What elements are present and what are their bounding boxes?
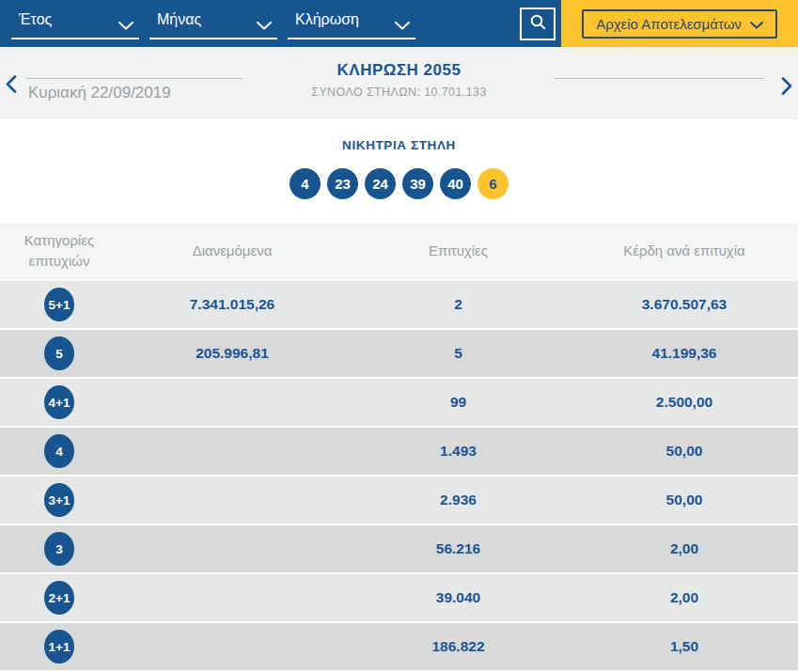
year-dropdown[interactable]: Έτος [11,8,139,39]
prize-cell: 50,00 [571,443,798,460]
bonus-number-ball: 6 [477,168,509,199]
category-badge: 3 [44,532,74,566]
category-cell: 4 [0,434,118,468]
table-row: 5+1 7.341.015,26 2 3.670.507,63 [0,281,798,330]
prize-cell: 50,00 [571,492,798,508]
winning-column-section: ΝΙΚΗΤΡΙΑ ΣΤΗΛΗ 4 23 24 39 40 6 [0,119,798,223]
prize-cell: 3.670.507,63 [571,296,798,313]
table-row: 4+1 99 2.500,00 [0,379,798,428]
category-cell: 4+1 [0,385,118,419]
category-badge: 5+1 [44,288,74,321]
chevron-down-icon [257,17,272,34]
category-badge: 5 [44,336,74,370]
table-row: 4 1.493 50,00 [0,428,798,477]
category-badge: 1+1 [44,630,74,664]
prize-cell: 2.500,00 [571,394,798,411]
column-header-distributed: Διανεμόμενα [118,241,346,261]
winners-cell: 186.822 [346,638,571,655]
winning-number-ball: 40 [440,168,471,199]
year-dropdown-label: Έτος [19,11,52,28]
category-cell: 5 [0,336,118,370]
table-row: 2+1 39.040 2,00 [0,574,798,623]
search-icon [529,13,547,34]
winning-number-ball: 24 [365,168,396,199]
archive-results-label: Αρχείο Αποτελεσμάτων [596,16,742,32]
prize-cell: 1,50 [571,638,798,655]
draw-dropdown[interactable]: Κλήρωση [288,8,415,39]
category-badge: 2+1 [44,581,74,615]
winning-number-ball: 39 [402,168,433,199]
chevron-down-icon [118,17,133,34]
winning-column-title: ΝΙΚΗΤΡΙΑ ΣΤΗΛΗ [0,119,798,152]
category-badge: 4+1 [44,385,74,419]
winners-cell: 5 [346,345,571,362]
archive-results-button[interactable]: Αρχείο Αποτελεσμάτων [582,9,777,39]
chevron-down-icon [750,16,763,32]
search-button[interactable] [520,8,555,40]
table-row: 3+1 2.936 50,00 [0,477,798,525]
winners-cell: 39.040 [346,589,571,606]
draw-dropdown-label: Κλήρωση [295,11,359,28]
distributed-cell: 205.996,81 [118,345,346,362]
winners-cell: 1.493 [346,443,571,460]
table-row: 1+1 186.822 1,50 [0,623,798,672]
column-header-winners: Επιτυχίες [346,241,571,261]
table-row: 5 205.996,81 5 41.199,36 [0,330,798,379]
chevron-right-icon [781,84,792,98]
prize-cell: 41.199,36 [571,345,798,362]
column-header-categories: Κατηγορίες επιτυχιών [0,230,118,272]
winners-cell: 2 [346,296,571,313]
month-dropdown-label: Μήνας [157,11,201,28]
filter-dropdowns: Έτος Μήνας Κλήρωση [0,0,561,47]
archive-panel: Αρχείο Αποτελεσμάτων [561,0,798,47]
winners-cell: 99 [346,394,571,411]
table-row: 3 56.216 2,00 [0,525,798,574]
distributed-cell: 7.341.015,26 [118,296,346,313]
column-header-prize: Κέρδη ανά επιτυχία [571,241,798,261]
prize-cell: 2,00 [571,540,798,557]
category-cell: 5+1 [0,288,118,321]
category-cell: 3 [0,532,118,566]
category-badge: 4 [44,434,74,468]
chevron-down-icon [395,17,410,34]
next-draw-button[interactable] [781,77,792,98]
category-cell: 3+1 [0,483,118,517]
winning-number-ball: 23 [327,168,358,199]
category-cell: 2+1 [0,581,118,615]
divider-line [555,78,764,79]
prize-cell: 2,00 [571,589,798,606]
category-badge: 3+1 [44,483,74,517]
winning-numbers: 4 23 24 39 40 6 [0,168,798,199]
total-columns-label: ΣΥΝΟΛΟ ΣΤΗΛΩΝ: 10.701.133 [0,86,798,99]
category-cell: 1+1 [0,630,118,664]
winners-cell: 2.936 [346,492,571,508]
draw-title: ΚΛΗΡΩΣΗ 2055 [0,61,798,80]
winners-cell: 56.216 [346,540,571,557]
results-table-header: Κατηγορίες επιτυχιών Διανεμόμενα Επιτυχί… [0,223,798,281]
winning-number-ball: 4 [289,168,321,199]
results-table-body: 5+1 7.341.015,26 2 3.670.507,63 5 205.99… [0,281,798,672]
draw-summary: ΚΛΗΡΩΣΗ 2055 ΣΥΝΟΛΟ ΣΤΗΛΩΝ: 10.701.133 [0,61,798,99]
month-dropdown[interactable]: Μήνας [149,8,277,39]
filter-bar: Έτος Μήνας Κλήρωση Αρχείο Αποτελεσμάτων [0,0,798,47]
draw-header: Κυριακή 22/09/2019 ΚΛΗΡΩΣΗ 2055 ΣΥΝΟΛΟ Σ… [0,47,798,119]
